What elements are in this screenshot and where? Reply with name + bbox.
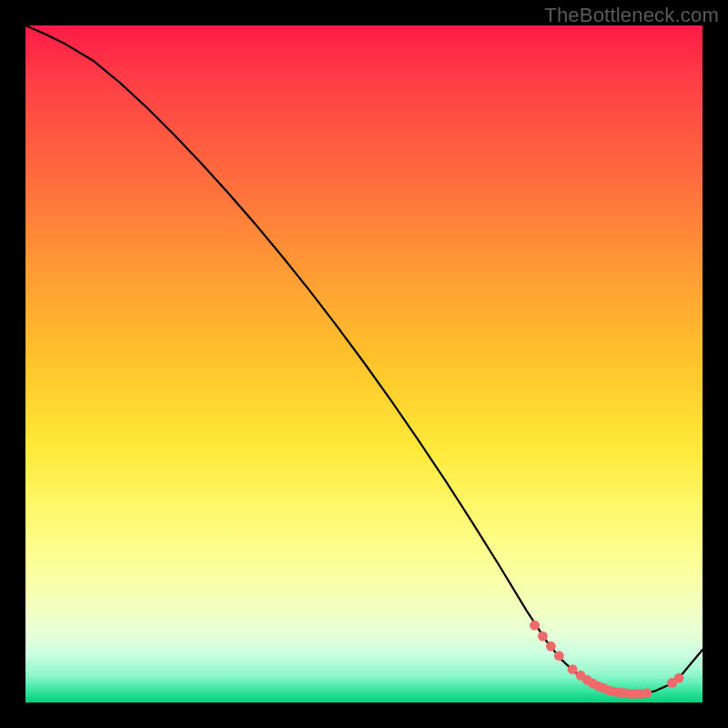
curve-marker [674,673,684,683]
curve-marker [642,688,652,698]
curve-svg [25,25,703,703]
curve-markers [530,621,683,699]
bottleneck-curve [25,25,703,693]
attribution-text: TheBottleneck.com [544,4,719,27]
curve-marker [554,651,564,661]
chart-frame: TheBottleneck.com [0,0,728,728]
plot-area [25,25,703,703]
curve-marker [568,664,578,674]
curve-marker [530,621,540,631]
curve-marker [546,642,556,652]
curve-marker [538,632,548,642]
